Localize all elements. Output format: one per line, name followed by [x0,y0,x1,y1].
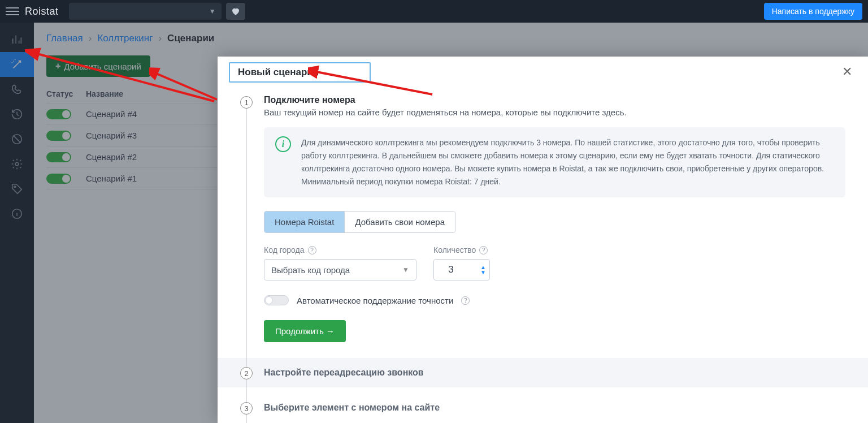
step-number: 2 [240,367,253,379]
help-icon[interactable]: ? [479,246,488,254]
city-code-label: Код города ? [264,245,416,254]
info-icon: i [275,136,291,152]
tab-own-numbers[interactable]: Добавить свои номера [344,212,455,232]
new-scenario-modal: ✕ 1 Подключите номера Ваш текущий номер … [218,57,868,423]
city-code-select[interactable]: Выбрать код города ▼ [264,259,416,280]
quantity-input[interactable] [434,264,468,275]
support-button[interactable]: Написать в поддержку [764,3,862,20]
auto-accuracy-label: Автоматическое поддержание точности [297,296,453,305]
city-code-placeholder: Выбрать код города [271,265,350,275]
quantity-label: Количество ? [433,245,490,254]
heart-button[interactable] [226,3,245,20]
step-1-title: Подключите номера [264,95,845,105]
step-number: 1 [240,96,253,109]
close-button[interactable]: ✕ [837,62,857,81]
hamburger-icon[interactable] [6,5,19,18]
chevron-down-icon: ▼ [209,7,216,15]
logo: Roistat [25,6,59,18]
tab-roistat-numbers[interactable]: Номера Roistat [264,212,344,232]
help-icon[interactable]: ? [461,296,470,305]
heart-icon [231,6,241,16]
quantity-input-wrap: ▲ ▼ [433,259,490,280]
help-icon[interactable]: ? [308,246,316,254]
step-3[interactable]: 3 Выберите элемент с номером на сайте [240,393,845,422]
info-box: i Для динамического коллтрекинга мы реко… [264,127,845,197]
numbers-tabs: Номера Roistat Добавить свои номера [264,211,455,233]
project-select[interactable]: ▼ [69,3,222,20]
step-2[interactable]: 2 Настройте переадресацию звонков [218,358,868,387]
continue-button[interactable]: Продолжить → [264,320,346,342]
step-2-title: Настройте переадресацию звонков [264,368,424,378]
auto-accuracy-toggle[interactable] [264,295,289,305]
step-1-subtitle: Ваш текущий номер на сайте будет подменя… [264,107,845,117]
step-number: 3 [240,402,253,415]
topbar: Roistat ▼ Написать в поддержку [0,0,868,23]
chevron-down-icon: ▼ [402,266,409,274]
step-1: 1 Подключите номера Ваш текущий номер на… [240,86,845,342]
scenario-name-input[interactable] [229,62,371,83]
info-text: Для динамического коллтрекинга мы рекоме… [301,136,834,188]
spinner-down[interactable]: ▼ [480,270,486,275]
step-3-title: Выберите элемент с номером на сайте [264,403,440,413]
